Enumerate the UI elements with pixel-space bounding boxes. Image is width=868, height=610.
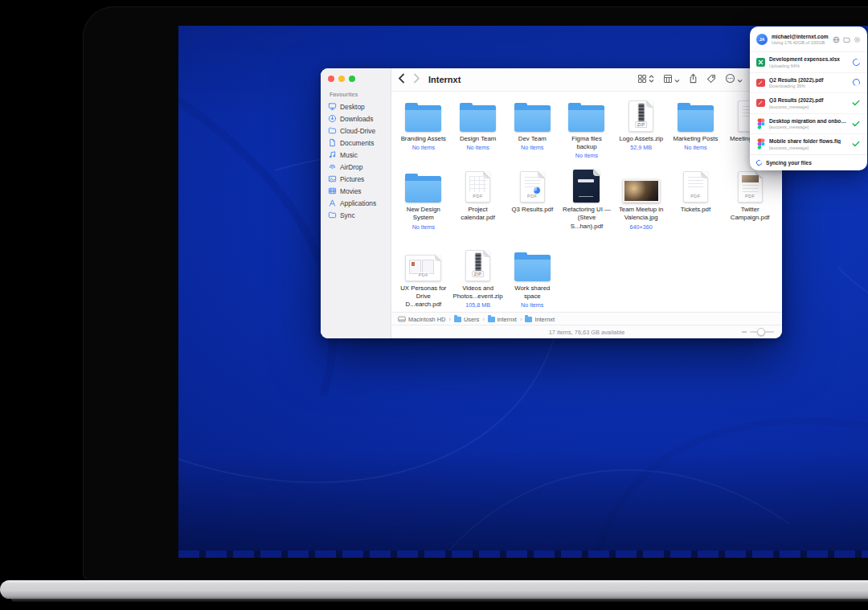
sidebar-item-sync[interactable]: Sync — [328, 209, 391, 221]
file-subtitle: No items — [684, 144, 706, 151]
file-item[interactable]: Refactoring UI — (Steve S...han).pdf — [559, 167, 614, 237]
group-by-control[interactable] — [663, 72, 680, 87]
sidebar-item-label: Sync — [340, 211, 355, 219]
applications-icon — [328, 199, 337, 207]
sidebar-item-music[interactable]: Music — [328, 149, 391, 161]
sidebar-section-label: Favourites — [330, 92, 391, 97]
globe-icon[interactable] — [833, 32, 840, 47]
sync-item[interactable]: Development expenses.xlsx Uploading 64% — [750, 51, 867, 72]
sync-item[interactable]: Mobile share folder flows.fig [success_m… — [750, 133, 867, 154]
file-item[interactable]: Branding Assets No items — [396, 96, 451, 159]
file-name: Project calendar.pdf — [453, 206, 503, 222]
tag-icon[interactable] — [706, 72, 716, 87]
sidebar-item-airdrop[interactable]: AirDrop — [328, 161, 391, 173]
sync-item-name: Q2 Results (2022).pdf — [769, 77, 847, 83]
sidebar-item-applications[interactable]: Applications — [328, 197, 391, 209]
zoom-button[interactable] — [349, 76, 355, 82]
syncing-label: Syncing your files — [766, 160, 812, 166]
sidebar-item-downloads[interactable]: Downloads — [328, 113, 391, 125]
file-name: Figma files backup — [562, 135, 612, 151]
movies-icon — [328, 186, 337, 195]
figma-icon — [756, 138, 765, 149]
file-subtitle: No items — [466, 144, 489, 151]
file-item[interactable]: ZIP Logo Assets.zip 52,9 MB — [614, 96, 669, 159]
file-item[interactable]: ZIP Videos and Photos...event.zip 105,8 … — [451, 246, 506, 316]
icon-size-slider[interactable] — [742, 331, 774, 333]
file-subtitle: No items — [521, 144, 543, 151]
file-item[interactable]: Figma files backup No items — [559, 96, 614, 159]
file-item[interactable]: New Design System No items — [396, 167, 451, 237]
file-item[interactable]: Marketing Posts No items — [669, 96, 723, 159]
pdf-file-icon: PDF — [520, 171, 545, 203]
sidebar-item-cloud-drive[interactable]: Cloud-Drive — [328, 125, 391, 137]
more-options-control[interactable] — [725, 72, 743, 87]
breadcrumb-label: Macintosh HD — [408, 316, 445, 323]
sidebar-item-label: AirDrop — [340, 163, 362, 171]
file-name: New Design System — [399, 206, 448, 222]
sync-item-name: Desktop migration and onboardi... — [769, 118, 847, 124]
folder-icon — [460, 105, 496, 132]
file-item[interactable]: PDF Twitter Campaign.pdf — [723, 167, 777, 237]
file-item[interactable]: PDF Q3 Results.pdf — [505, 167, 559, 237]
figma-icon — [756, 118, 765, 129]
slider-knob[interactable] — [757, 328, 765, 336]
file-item[interactable]: PDF Tickets.pdf — [669, 167, 723, 237]
breadcrumb-label: internxt — [497, 316, 517, 323]
pdf-file-icon: PDF — [683, 171, 708, 203]
file-grid: Branding Assets No items Design Team No … — [393, 95, 780, 313]
settings-gear-icon[interactable] — [854, 32, 861, 47]
file-item[interactable]: PDF UX Personas for Drive D...earch.pdf — [396, 246, 451, 316]
sync-item-status: Downloading 35% — [769, 84, 847, 88]
sync-item[interactable]: Q2 Results (2022).pdf Downloading 35% — [750, 72, 867, 93]
pdf-icon — [756, 79, 765, 87]
file-subtitle: 640×360 — [630, 223, 653, 231]
file-item[interactable]: Design Team No items — [451, 96, 506, 159]
sidebar-item-pictures[interactable]: Pictures — [328, 173, 391, 185]
zip-file-icon: ZIP — [465, 250, 490, 281]
syncing-spinner — [755, 158, 764, 166]
close-button[interactable] — [328, 76, 334, 82]
sidebar-item-label: Movies — [340, 187, 362, 195]
sync-popup: JA michael@internxt.com Using 176.42GB o… — [750, 27, 867, 170]
sidebar-item-desktop[interactable]: Desktop — [328, 100, 391, 113]
sync-item-status: [success_message] — [769, 104, 847, 109]
breadcrumb-item-internxt-folder[interactable]: Internxt — [525, 316, 555, 323]
folder-icon[interactable] — [843, 32, 850, 47]
chevron-down-icon — [737, 72, 743, 87]
avatar[interactable]: JA — [756, 34, 768, 45]
sync-item[interactable]: Q3 Results (2022).pdf [success_message] — [750, 92, 867, 113]
file-item[interactable]: PDF Project calendar.pdf — [451, 167, 506, 237]
sync-item[interactable]: Desktop migration and onboardi... [succe… — [750, 113, 867, 134]
file-item[interactable]: Team Meetup in Valencia.jpg 640×360 — [614, 167, 669, 237]
file-name: Marketing Posts — [673, 135, 718, 143]
folder-icon — [328, 126, 337, 135]
file-subtitle: 52,9 MB — [630, 144, 652, 151]
minimize-button[interactable] — [338, 76, 345, 82]
finder-main: Internxt — [391, 68, 782, 338]
view-mode-control[interactable] — [637, 72, 654, 87]
breadcrumb-item-internxt-user[interactable]: internxt — [488, 316, 517, 323]
account-header: JA michael@internxt.com Using 176.42GB o… — [750, 27, 867, 51]
breadcrumb-label: Users — [464, 316, 479, 323]
forward-button[interactable] — [413, 72, 420, 87]
sidebar-item-movies[interactable]: Movies — [328, 185, 391, 197]
file-item[interactable]: Work shared space No items — [505, 246, 559, 316]
file-item[interactable]: Dev Team No items — [505, 96, 559, 159]
back-button[interactable] — [398, 72, 405, 87]
breadcrumb-item-users[interactable]: Users — [454, 316, 479, 323]
slider-track[interactable] — [750, 331, 774, 333]
book-cover-icon — [573, 170, 600, 203]
status-bar: 17 items, 76,63 GB available — [391, 325, 782, 338]
folder-icon — [328, 211, 337, 219]
sidebar-item-documents[interactable]: Documents — [328, 137, 391, 149]
sync-item-name: Q3 Results (2022).pdf — [769, 97, 847, 103]
sync-item-status: [success_message] — [769, 125, 847, 129]
share-button[interactable] — [689, 72, 698, 87]
account-email: michael@internxt.com — [772, 34, 829, 39]
chevron-down-icon — [674, 72, 680, 87]
breadcrumb-item-disk[interactable]: Macintosh HD — [398, 316, 445, 323]
progress-spinner — [851, 57, 861, 67]
pictures-icon — [328, 174, 337, 183]
more-options-icon — [725, 72, 735, 87]
pdf-file-icon: PDF — [465, 171, 490, 203]
